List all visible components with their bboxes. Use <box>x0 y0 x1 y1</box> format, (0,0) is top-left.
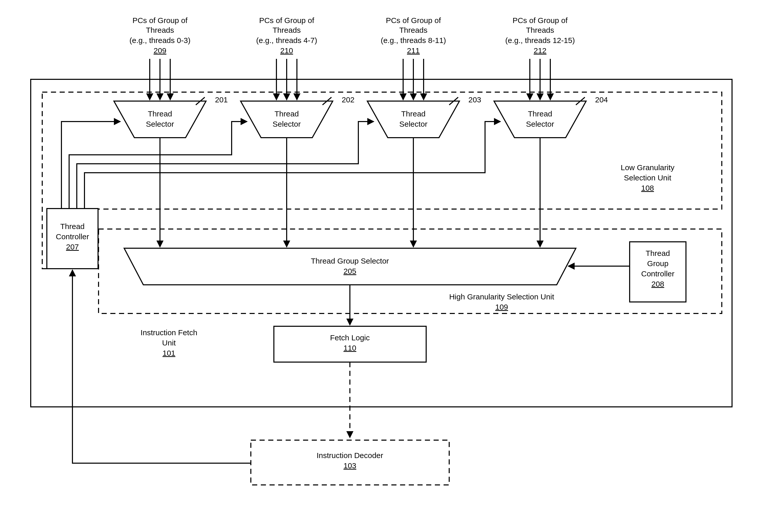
thread-group-controller-l1: Thread <box>645 249 670 258</box>
pc-group-example: (e.g., threads 4-7) <box>256 36 317 45</box>
low-granularity-ref: 108 <box>641 184 654 192</box>
thread-group-controller-ref: 208 <box>651 280 664 288</box>
low-granularity-label-l2: Selection Unit <box>624 173 671 182</box>
thread-group-controller-l3: Controller <box>641 269 675 278</box>
pc-group-title: PCs of Group of <box>132 16 188 25</box>
instruction-fetch-unit-l1: Instruction Fetch <box>141 328 197 337</box>
instruction-fetch-unit-l2: Unit <box>162 339 176 347</box>
thread-controller-ref: 207 <box>66 243 79 251</box>
thread-selector-label: Thread <box>148 110 172 118</box>
pc-group-example: (e.g., threads 0-3) <box>130 36 190 45</box>
pc-group-example: (e.g., threads 12-15) <box>505 36 575 45</box>
pc-group-ref: 211 <box>407 46 420 55</box>
pc-group-0: PCs of Group of Threads (e.g., threads 0… <box>130 16 190 55</box>
pc-group-title2: Threads <box>146 26 174 34</box>
pc-group-title: PCs of Group of <box>259 16 314 25</box>
thread-selector-label: Thread <box>274 110 299 118</box>
thread-controller-l1: Thread <box>60 222 84 231</box>
thread-selector-tag: 201 <box>215 95 228 104</box>
pc-group-title2: Threads <box>272 26 301 34</box>
thread-selector-label: Thread <box>528 110 552 118</box>
pc-group-title: PCs of Group of <box>512 16 568 25</box>
thread-selector-label2: Selector <box>272 120 301 128</box>
thread-selector-label2: Selector <box>146 120 174 128</box>
thread-group-controller-l2: Group <box>647 259 668 268</box>
pc-group-ref: 210 <box>280 46 293 55</box>
high-granularity-label: High Granularity Selection Unit <box>449 292 554 301</box>
instruction-fetch-unit-ref: 101 <box>163 349 175 357</box>
pc-group-3: PCs of Group of Threads (e.g., threads 1… <box>505 16 575 55</box>
thread-controller-l2: Controller <box>56 232 89 241</box>
thread-selector-tag: 203 <box>468 95 481 104</box>
pc-group-2: PCs of Group of Threads (e.g., threads 8… <box>381 16 446 55</box>
thread-selector-label2: Selector <box>526 120 554 128</box>
instruction-decoder-ref: 103 <box>344 461 356 470</box>
low-granularity-label-l1: Low Granularity <box>621 163 675 172</box>
fetch-logic-ref: 110 <box>344 344 356 352</box>
pc-group-title2: Threads <box>526 26 554 34</box>
thread-selector-tag: 204 <box>595 95 608 104</box>
pc-group-ref: 209 <box>154 46 166 55</box>
thread-group-selector-ref: 205 <box>344 267 356 275</box>
thread-selector-label: Thread <box>401 110 425 118</box>
instruction-decoder-label: Instruction Decoder <box>317 451 383 460</box>
thread-group-selector <box>124 248 576 285</box>
thread-selector-tag: 202 <box>342 95 355 104</box>
pc-group-ref: 212 <box>534 46 546 55</box>
thread-selector-label2: Selector <box>399 120 427 128</box>
thread-group-selector-label: Thread Group Selector <box>311 257 389 265</box>
pc-group-example: (e.g., threads 8-11) <box>381 36 446 45</box>
fetch-logic-label: Fetch Logic <box>330 333 370 342</box>
pc-group-title: PCs of Group of <box>386 16 441 25</box>
high-granularity-ref: 109 <box>495 303 508 311</box>
pc-group-1: PCs of Group of Threads (e.g., threads 4… <box>256 16 317 55</box>
pc-group-title2: Threads <box>399 26 427 34</box>
